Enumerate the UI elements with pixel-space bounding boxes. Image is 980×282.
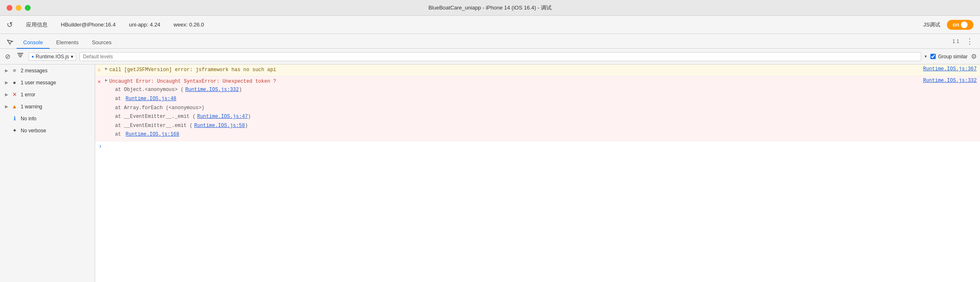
window-controls xyxy=(7,5,31,11)
all-messages-icon: ≡ xyxy=(11,67,18,74)
toolbar-right: JS调试 on xyxy=(923,20,973,30)
log-entry-error: ✕ ▶ Uncaught Error: Uncaught SyntaxError… xyxy=(95,76,980,141)
stack-link-5[interactable]: Runtime.IOS.js:58 xyxy=(194,123,245,129)
verbose-icon: ✦ xyxy=(11,127,18,134)
stack-line-4: at __EventEmitter__._emit (Runtime.IOS.j… xyxy=(115,112,251,122)
stack-line-5: at __EventEmitter__.emit (Runtime.IOS.js… xyxy=(115,122,251,131)
runtime-selector[interactable]: ● Runtime.IOS.js ▾ xyxy=(29,53,76,61)
full-layout: ⊘ ● Runtime.IOS.js ▾ ▾ Group similar ⚙ ▶… xyxy=(0,49,980,282)
svg-rect-1 xyxy=(18,55,22,55)
log-area: ⚠ ▶ call [getJSFMVersion] error: jsframe… xyxy=(95,65,980,282)
stack-line-3: at Array.forEach (<anonymous>) xyxy=(115,104,251,113)
runtime-label: Runtime.IOS.js xyxy=(36,54,69,60)
weex-version-label: weex: 0.26.0 xyxy=(173,22,204,28)
refresh-icon[interactable]: ↺ xyxy=(7,20,13,29)
maximize-button[interactable] xyxy=(25,5,31,11)
expand-warning-icon: ▶ xyxy=(5,104,8,109)
more-tabs-icon[interactable]: ⋮ xyxy=(963,37,977,46)
runtime-dropdown-icon: ▾ xyxy=(71,54,73,60)
tab-elements[interactable]: Elements xyxy=(50,37,85,49)
main-content: ▶ ≡ 2 messages ▶ ● 1 user message ▶ ✕ 1 … xyxy=(0,65,980,282)
stack-line-6: at Runtime.IOS.js:168 xyxy=(115,130,251,139)
uniapp-version-label: uni-app: 4.24 xyxy=(129,22,160,28)
settings-gear-icon[interactable]: ⚙ xyxy=(971,53,977,60)
expand-warning-log-icon[interactable]: ▶ xyxy=(105,66,108,71)
group-similar-checkbox: Group similar xyxy=(930,54,968,60)
stack-link-6[interactable]: Runtime.IOS.js:168 xyxy=(126,131,180,137)
js-debug-label: JS调试 xyxy=(923,21,940,29)
toggle-label: on xyxy=(953,22,959,28)
log-entry-warning: ⚠ ▶ call [getJSFMVersion] error: jsframe… xyxy=(95,65,980,76)
group-similar-input[interactable] xyxy=(930,54,936,59)
user-messages-icon: ● xyxy=(11,79,18,86)
error-log-icon: ✕ xyxy=(98,79,101,85)
toolbar: ↺ 应用信息 HBuilder@iPhone:16.4 uni-app: 4.2… xyxy=(0,16,980,34)
stack-link-4[interactable]: Runtime.IOS.js:47 xyxy=(197,114,247,119)
devtools-tabs: Console Elements Sources 1 1 ⋮ xyxy=(0,34,980,49)
tab-sources[interactable]: Sources xyxy=(85,37,118,49)
console-prompt[interactable]: › xyxy=(95,141,980,151)
error-source-link[interactable]: Runtime.IOS.js:332 xyxy=(923,78,977,84)
error-icon: ✕ xyxy=(11,91,18,98)
verbose-label: No verbose xyxy=(21,128,46,134)
device-label: HBuilder@iPhone:16.4 xyxy=(61,22,115,28)
errors-label: 1 error xyxy=(21,92,35,98)
error-log-text: Uncaught Error: Uncaught SyntaxError: Un… xyxy=(109,78,916,86)
expand-error-icon: ▶ xyxy=(5,92,8,97)
filter-bar: ⊘ ● Runtime.IOS.js ▾ ▾ Group similar ⚙ xyxy=(0,49,980,65)
sidebar-item-warnings[interactable]: ▶ ▲ 1 warning xyxy=(0,100,95,112)
window-title: BlueBoatCare_uniapp - iPhone 14 (iOS 16.… xyxy=(428,4,552,12)
sidebar-item-all-messages[interactable]: ▶ ≡ 2 messages xyxy=(0,65,95,76)
sidebar-item-errors[interactable]: ▶ ✕ 1 error xyxy=(0,88,95,100)
expand-error-log-icon[interactable]: ▶ xyxy=(105,78,108,83)
stack-link-2[interactable]: Runtime.IOS.js:48 xyxy=(126,96,176,102)
minimize-button[interactable] xyxy=(16,5,22,11)
warnings-label: 1 warning xyxy=(21,104,42,110)
user-messages-label: 1 user message xyxy=(21,80,56,86)
expand-user-icon: ▶ xyxy=(5,80,8,85)
tab-count: 1 1 xyxy=(949,36,963,47)
clear-console-button[interactable]: ⊘ xyxy=(3,52,12,61)
svg-rect-0 xyxy=(17,53,23,54)
warning-log-text: call [getJSFMVersion] error: jsframework… xyxy=(109,66,916,74)
js-debug-toggle[interactable]: on xyxy=(947,20,973,30)
filter-toggle-button[interactable] xyxy=(15,52,25,62)
sidebar: ▶ ≡ 2 messages ▶ ● 1 user message ▶ ✕ 1 … xyxy=(0,65,95,282)
sidebar-item-verbose[interactable]: ▶ ✦ No verbose xyxy=(0,124,95,136)
sidebar-item-info[interactable]: ▶ ℹ No info xyxy=(0,112,95,124)
svg-rect-2 xyxy=(19,56,22,57)
runtime-dot-icon: ● xyxy=(31,54,34,59)
warning-log-icon: ⚠ xyxy=(98,67,101,73)
info-icon: ℹ xyxy=(11,115,18,122)
warning-source-link[interactable]: Runtime.IOS.js:367 xyxy=(923,66,977,72)
titlebar: BlueBoatCare_uniapp - iPhone 14 (iOS 16.… xyxy=(0,0,980,16)
stack-line-2: at Runtime.IOS.js:48 xyxy=(115,95,251,104)
app-info-label: 应用信息 xyxy=(26,21,48,29)
close-button[interactable] xyxy=(7,5,12,11)
stack-line-1: at Object.<anonymous> (Runtime.IOS.js:33… xyxy=(115,86,251,95)
stack-link-1[interactable]: Runtime.IOS.js:332 xyxy=(185,87,239,93)
sidebar-item-user-messages[interactable]: ▶ ● 1 user message xyxy=(0,76,95,88)
inspect-icon[interactable] xyxy=(3,37,17,48)
expand-all-icon: ▶ xyxy=(5,68,8,73)
warning-icon: ▲ xyxy=(11,103,18,110)
toggle-circle-icon xyxy=(961,22,968,28)
filter-input[interactable] xyxy=(79,52,921,61)
all-messages-label: 2 messages xyxy=(21,68,48,74)
levels-dropdown-icon[interactable]: ▾ xyxy=(925,54,927,59)
info-label: No info xyxy=(21,116,36,122)
group-similar-label: Group similar xyxy=(938,54,968,60)
tab-console[interactable]: Console xyxy=(17,37,50,49)
